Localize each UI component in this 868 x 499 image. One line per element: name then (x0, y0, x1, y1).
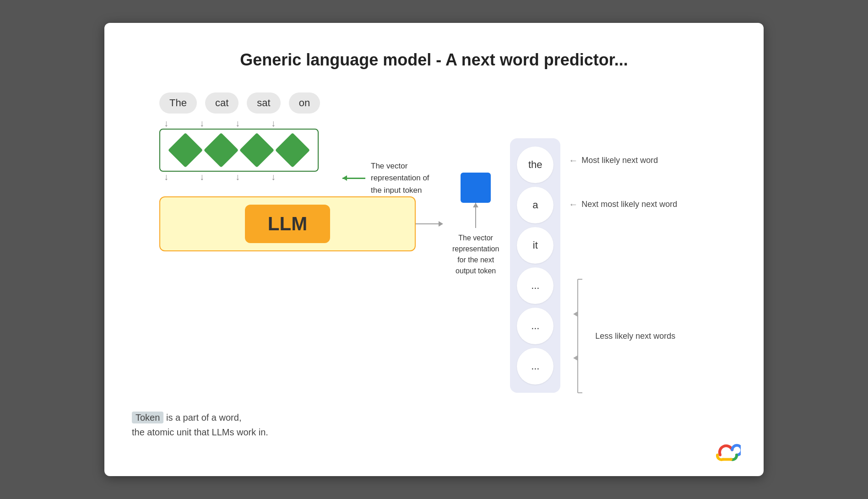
diamonds-box (159, 129, 319, 172)
right-column: the a it ... ... ... ← Most likely next … (510, 138, 677, 402)
arrow-next-most-likely: ← (569, 199, 578, 210)
left-column: The cat sat on ↓ ↓ ↓ ↓ (141, 92, 452, 251)
diamonds-section (141, 129, 342, 172)
arrow-4: ↓ (261, 118, 286, 129)
google-cloud-logo (713, 439, 741, 462)
middle-column: The vectorrepresentationfor the nextoutp… (452, 173, 499, 277)
svg-marker-4 (573, 355, 578, 361)
output-token-dots3: ... (517, 348, 553, 385)
arrow-d3: ↓ (225, 172, 250, 182)
h-arrow-head (439, 221, 443, 227)
diamond-2 (204, 133, 239, 168)
arrow-d4: ↓ (261, 172, 286, 182)
green-arrow-line (342, 178, 365, 179)
arrow-d2: ↓ (190, 172, 214, 182)
vert-arrow-up (475, 203, 476, 228)
annotation-most-likely: ← Most likely next word (569, 138, 677, 182)
cloud-shape (717, 445, 741, 460)
google-cloud-svg (713, 439, 741, 462)
top-row: The cat sat on ↓ ↓ ↓ ↓ (141, 92, 452, 196)
annotation-next-most-likely-text: Next most likely next word (581, 200, 677, 209)
vector-output-label: The vectorrepresentationfor the nextoutp… (452, 233, 499, 277)
diamond-3 (239, 133, 274, 168)
arrow-d1: ↓ (154, 172, 179, 182)
input-tokens-row: The cat sat on (159, 92, 342, 114)
spacer-it (569, 226, 677, 270)
annotation-less-likely: Less likely next words (569, 270, 677, 402)
blue-output-square (461, 173, 491, 203)
token-on: on (289, 92, 320, 114)
annotation-less-likely-text: Less likely next words (595, 331, 675, 341)
tokens-and-diamonds: The cat sat on ↓ ↓ ↓ ↓ (141, 92, 342, 182)
diagram-wrapper: The cat sat on ↓ ↓ ↓ ↓ (132, 92, 736, 402)
llm-box: LLM (245, 205, 330, 243)
token-highlight: Token (132, 412, 163, 423)
token-cat: cat (205, 92, 239, 114)
token-sat: sat (247, 92, 280, 114)
diamond-to-llm-arrows: ↓ ↓ ↓ ↓ (141, 172, 342, 182)
token-to-diamond-arrows: ↓ ↓ ↓ ↓ (141, 118, 342, 129)
annotation-most-likely-text: Most likely next word (581, 156, 658, 165)
llm-outer-box: LLM (159, 196, 416, 251)
slide-title: Generic language model - A next word pre… (132, 50, 736, 70)
arrow-1: ↓ (154, 118, 179, 129)
vector-representation-label: The vectorrepresentation ofthe input tok… (371, 160, 429, 196)
output-and-labels: the a it ... ... ... ← Most likely next … (510, 138, 677, 402)
diamond-4 (275, 133, 310, 168)
annotation-next-most-likely: ← Next most likely next word (569, 182, 677, 226)
output-token-a: a (517, 187, 553, 223)
arrow-2: ↓ (190, 118, 214, 129)
output-token-column: the a it ... ... ... (510, 138, 560, 393)
output-token-dots2: ... (517, 308, 553, 344)
token-the: The (159, 92, 197, 114)
output-token-it: it (517, 227, 553, 264)
diamond-1 (168, 133, 203, 168)
arrow-most-likely: ← (569, 155, 578, 166)
output-token-the: the (517, 146, 553, 183)
token-description-line1: is a part of a word, (166, 412, 242, 423)
vector-label-group: The vectorrepresentation ofthe input tok… (342, 160, 429, 196)
h-line (416, 223, 439, 224)
right-annotations: ← Most likely next word ← Next most like… (569, 138, 677, 402)
arrow-3: ↓ (225, 118, 250, 129)
token-description-line2: the atomic unit that LLMs work in. (132, 427, 268, 437)
token-description: Token is a part of a word, the atomic un… (132, 410, 268, 439)
less-likely-bracket-svg (569, 270, 591, 402)
llm-to-output-arrow (416, 221, 443, 227)
svg-marker-3 (573, 311, 578, 317)
slide: Generic language model - A next word pre… (104, 23, 764, 476)
output-token-dots1: ... (517, 267, 553, 304)
llm-row: LLM (141, 196, 452, 251)
